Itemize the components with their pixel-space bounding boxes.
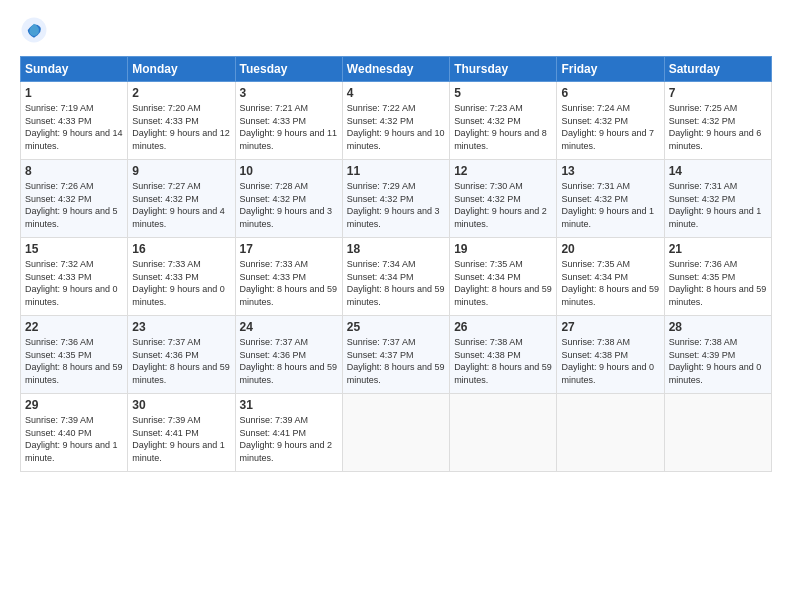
cell-info: Sunrise: 7:39 AM Sunset: 4:41 PM Dayligh… [240, 414, 338, 464]
day-cell: 18 Sunrise: 7:34 AM Sunset: 4:34 PM Dayl… [342, 238, 449, 316]
day-header-monday: Monday [128, 57, 235, 82]
cell-info: Sunrise: 7:37 AM Sunset: 4:37 PM Dayligh… [347, 336, 445, 386]
day-number: 12 [454, 164, 552, 178]
day-number: 23 [132, 320, 230, 334]
day-cell: 30 Sunrise: 7:39 AM Sunset: 4:41 PM Dayl… [128, 394, 235, 472]
day-cell: 24 Sunrise: 7:37 AM Sunset: 4:36 PM Dayl… [235, 316, 342, 394]
day-number: 18 [347, 242, 445, 256]
day-cell: 26 Sunrise: 7:38 AM Sunset: 4:38 PM Dayl… [450, 316, 557, 394]
logo [20, 16, 52, 44]
day-cell: 7 Sunrise: 7:25 AM Sunset: 4:32 PM Dayli… [664, 82, 771, 160]
day-number: 22 [25, 320, 123, 334]
cell-info: Sunrise: 7:26 AM Sunset: 4:32 PM Dayligh… [25, 180, 123, 230]
day-number: 26 [454, 320, 552, 334]
day-number: 1 [25, 86, 123, 100]
day-number: 4 [347, 86, 445, 100]
day-number: 19 [454, 242, 552, 256]
day-cell: 9 Sunrise: 7:27 AM Sunset: 4:32 PM Dayli… [128, 160, 235, 238]
day-cell: 15 Sunrise: 7:32 AM Sunset: 4:33 PM Dayl… [21, 238, 128, 316]
day-cell: 28 Sunrise: 7:38 AM Sunset: 4:39 PM Dayl… [664, 316, 771, 394]
day-cell [557, 394, 664, 472]
cell-info: Sunrise: 7:35 AM Sunset: 4:34 PM Dayligh… [454, 258, 552, 308]
header-row: SundayMondayTuesdayWednesdayThursdayFrid… [21, 57, 772, 82]
day-number: 14 [669, 164, 767, 178]
day-number: 30 [132, 398, 230, 412]
header [20, 16, 772, 44]
day-number: 17 [240, 242, 338, 256]
cell-info: Sunrise: 7:39 AM Sunset: 4:40 PM Dayligh… [25, 414, 123, 464]
day-cell: 1 Sunrise: 7:19 AM Sunset: 4:33 PM Dayli… [21, 82, 128, 160]
cell-info: Sunrise: 7:32 AM Sunset: 4:33 PM Dayligh… [25, 258, 123, 308]
cell-info: Sunrise: 7:31 AM Sunset: 4:32 PM Dayligh… [669, 180, 767, 230]
day-header-friday: Friday [557, 57, 664, 82]
day-number: 24 [240, 320, 338, 334]
day-number: 15 [25, 242, 123, 256]
cell-info: Sunrise: 7:25 AM Sunset: 4:32 PM Dayligh… [669, 102, 767, 152]
day-number: 10 [240, 164, 338, 178]
cell-info: Sunrise: 7:37 AM Sunset: 4:36 PM Dayligh… [132, 336, 230, 386]
page: SundayMondayTuesdayWednesdayThursdayFrid… [0, 0, 792, 482]
day-header-sunday: Sunday [21, 57, 128, 82]
cell-info: Sunrise: 7:38 AM Sunset: 4:38 PM Dayligh… [561, 336, 659, 386]
cell-info: Sunrise: 7:36 AM Sunset: 4:35 PM Dayligh… [669, 258, 767, 308]
day-number: 7 [669, 86, 767, 100]
day-cell: 19 Sunrise: 7:35 AM Sunset: 4:34 PM Dayl… [450, 238, 557, 316]
cell-info: Sunrise: 7:33 AM Sunset: 4:33 PM Dayligh… [132, 258, 230, 308]
day-cell: 31 Sunrise: 7:39 AM Sunset: 4:41 PM Dayl… [235, 394, 342, 472]
day-number: 13 [561, 164, 659, 178]
day-header-thursday: Thursday [450, 57, 557, 82]
day-header-saturday: Saturday [664, 57, 771, 82]
cell-info: Sunrise: 7:35 AM Sunset: 4:34 PM Dayligh… [561, 258, 659, 308]
day-cell: 5 Sunrise: 7:23 AM Sunset: 4:32 PM Dayli… [450, 82, 557, 160]
cell-info: Sunrise: 7:30 AM Sunset: 4:32 PM Dayligh… [454, 180, 552, 230]
day-cell: 8 Sunrise: 7:26 AM Sunset: 4:32 PM Dayli… [21, 160, 128, 238]
day-cell: 10 Sunrise: 7:28 AM Sunset: 4:32 PM Dayl… [235, 160, 342, 238]
cell-info: Sunrise: 7:33 AM Sunset: 4:33 PM Dayligh… [240, 258, 338, 308]
day-cell [664, 394, 771, 472]
day-number: 27 [561, 320, 659, 334]
day-cell: 27 Sunrise: 7:38 AM Sunset: 4:38 PM Dayl… [557, 316, 664, 394]
day-number: 2 [132, 86, 230, 100]
cell-info: Sunrise: 7:19 AM Sunset: 4:33 PM Dayligh… [25, 102, 123, 152]
day-cell: 17 Sunrise: 7:33 AM Sunset: 4:33 PM Dayl… [235, 238, 342, 316]
week-row-4: 22 Sunrise: 7:36 AM Sunset: 4:35 PM Dayl… [21, 316, 772, 394]
day-cell [450, 394, 557, 472]
cell-info: Sunrise: 7:37 AM Sunset: 4:36 PM Dayligh… [240, 336, 338, 386]
day-header-wednesday: Wednesday [342, 57, 449, 82]
cell-info: Sunrise: 7:24 AM Sunset: 4:32 PM Dayligh… [561, 102, 659, 152]
week-row-5: 29 Sunrise: 7:39 AM Sunset: 4:40 PM Dayl… [21, 394, 772, 472]
cell-info: Sunrise: 7:21 AM Sunset: 4:33 PM Dayligh… [240, 102, 338, 152]
day-number: 5 [454, 86, 552, 100]
day-number: 28 [669, 320, 767, 334]
cell-info: Sunrise: 7:38 AM Sunset: 4:39 PM Dayligh… [669, 336, 767, 386]
calendar-table: SundayMondayTuesdayWednesdayThursdayFrid… [20, 56, 772, 472]
cell-info: Sunrise: 7:38 AM Sunset: 4:38 PM Dayligh… [454, 336, 552, 386]
day-number: 3 [240, 86, 338, 100]
day-number: 16 [132, 242, 230, 256]
day-number: 20 [561, 242, 659, 256]
day-cell [342, 394, 449, 472]
cell-info: Sunrise: 7:36 AM Sunset: 4:35 PM Dayligh… [25, 336, 123, 386]
day-cell: 16 Sunrise: 7:33 AM Sunset: 4:33 PM Dayl… [128, 238, 235, 316]
cell-info: Sunrise: 7:20 AM Sunset: 4:33 PM Dayligh… [132, 102, 230, 152]
week-row-3: 15 Sunrise: 7:32 AM Sunset: 4:33 PM Dayl… [21, 238, 772, 316]
cell-info: Sunrise: 7:28 AM Sunset: 4:32 PM Dayligh… [240, 180, 338, 230]
day-number: 21 [669, 242, 767, 256]
cell-info: Sunrise: 7:34 AM Sunset: 4:34 PM Dayligh… [347, 258, 445, 308]
day-cell: 29 Sunrise: 7:39 AM Sunset: 4:40 PM Dayl… [21, 394, 128, 472]
cell-info: Sunrise: 7:29 AM Sunset: 4:32 PM Dayligh… [347, 180, 445, 230]
day-number: 31 [240, 398, 338, 412]
day-cell: 25 Sunrise: 7:37 AM Sunset: 4:37 PM Dayl… [342, 316, 449, 394]
day-number: 25 [347, 320, 445, 334]
day-cell: 2 Sunrise: 7:20 AM Sunset: 4:33 PM Dayli… [128, 82, 235, 160]
day-header-tuesday: Tuesday [235, 57, 342, 82]
day-number: 29 [25, 398, 123, 412]
day-cell: 23 Sunrise: 7:37 AM Sunset: 4:36 PM Dayl… [128, 316, 235, 394]
day-number: 6 [561, 86, 659, 100]
cell-info: Sunrise: 7:39 AM Sunset: 4:41 PM Dayligh… [132, 414, 230, 464]
logo-icon [20, 16, 48, 44]
week-row-1: 1 Sunrise: 7:19 AM Sunset: 4:33 PM Dayli… [21, 82, 772, 160]
day-cell: 12 Sunrise: 7:30 AM Sunset: 4:32 PM Dayl… [450, 160, 557, 238]
day-number: 9 [132, 164, 230, 178]
day-cell: 21 Sunrise: 7:36 AM Sunset: 4:35 PM Dayl… [664, 238, 771, 316]
